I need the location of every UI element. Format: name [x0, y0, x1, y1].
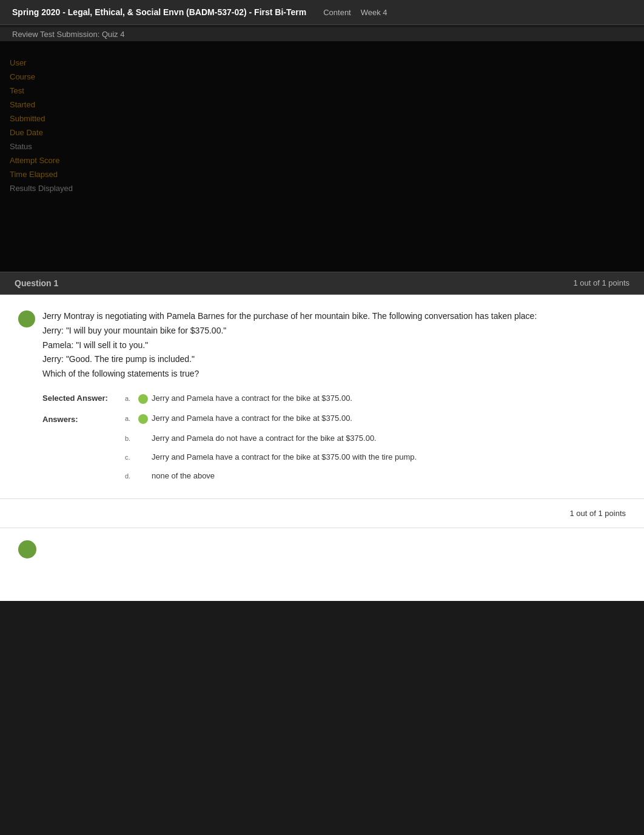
status-info-item: Status — [10, 139, 136, 153]
question1-body: Jerry Montray is negotiating with Pamela… — [0, 295, 644, 498]
submitted-info-item: Submitted — [10, 112, 136, 126]
started-label: Started — [10, 100, 136, 109]
test-info-item: Test — [10, 84, 136, 98]
course-info-item: Course — [10, 70, 136, 84]
answers-row: Answers: a. Jerry and Pamela have a cont… — [18, 414, 626, 480]
question1-label: Question 1 — [15, 278, 58, 288]
question1-content-card: Jerry Montray is negotiating with Pamela… — [0, 295, 644, 601]
answer-b-letter: b. — [125, 434, 135, 442]
answer-d-letter: d. — [125, 471, 135, 480]
breadcrumb-sub: Review Test Submission: Quiz 4 — [0, 27, 644, 41]
question1-score-text: 1 out of 1 points — [569, 509, 626, 518]
time-elapsed-label: Time Elapsed — [10, 170, 136, 179]
user-label: User — [10, 58, 136, 67]
question1-bottom-score: 1 out of 1 points — [0, 498, 644, 528]
answer-c-letter: c. — [125, 452, 135, 461]
question2-indicator — [18, 540, 36, 558]
question1-text-row: Jerry Montray is negotiating with Pamela… — [18, 309, 626, 381]
breadcrumb-text: Review Test Submission: Quiz 4 — [12, 30, 124, 39]
due-date-label: Due Date — [10, 128, 136, 137]
answer-a-letter: a. — [125, 414, 135, 422]
answer-a-indicator — [138, 414, 148, 424]
started-info-item: Started — [10, 98, 136, 112]
dark-right-area — [146, 41, 644, 272]
answer-a: a. Jerry and Pamela have a contract for … — [125, 414, 417, 424]
answer-c: c. Jerry and Pamela have a contract for … — [125, 452, 417, 461]
test-label: Test — [10, 86, 136, 95]
attempt-score-label: Attempt Score — [10, 156, 136, 165]
user-info-item: User — [10, 56, 136, 70]
selected-answer-indicator — [138, 394, 148, 404]
dark-info-section: User Course Test Started Submitted Due D… — [0, 41, 644, 272]
selected-answer-text: Jerry and Pamela have a contract for the… — [152, 394, 352, 403]
selected-answer-label: Selected Answer: — [42, 394, 115, 404]
course-title: Spring 2020 - Legal, Ethical, & Social E… — [12, 7, 306, 17]
question1-points: 1 out of 1 points — [573, 278, 629, 288]
answer-d: d. none of the above — [125, 471, 417, 480]
answer-a-text: Jerry and Pamela have a contract for the… — [152, 414, 352, 423]
status-label: Status — [10, 142, 136, 151]
time-elapsed-info-item: Time Elapsed — [10, 167, 136, 181]
selected-answer-value: a. Jerry and Pamela have a contract for … — [125, 394, 352, 404]
selected-answer-letter: a. — [125, 394, 135, 402]
nav-content-link[interactable]: Content — [323, 8, 351, 17]
submitted-label: Submitted — [10, 114, 136, 123]
answer-b: b. Jerry and Pamela do not have a contra… — [125, 434, 417, 443]
answer-d-text: none of the above — [152, 471, 215, 480]
question2-area — [0, 528, 644, 601]
duedate-info-item: Due Date — [10, 126, 136, 139]
question1-header-bar: Question 1 1 out of 1 points — [0, 272, 644, 295]
answer-c-text: Jerry and Pamela have a contract for the… — [152, 452, 417, 461]
page-wrapper: Spring 2020 - Legal, Ethical, & Social E… — [0, 0, 644, 601]
answers-label: Answers: — [42, 414, 115, 480]
nav-week4-link[interactable]: Week 4 — [361, 8, 387, 17]
question1-indicator — [18, 310, 35, 327]
info-panel: User Course Test Started Submitted Due D… — [0, 41, 146, 272]
results-displayed-info-item: Results Displayed — [10, 181, 136, 195]
answers-list: a. Jerry and Pamela have a contract for … — [125, 414, 417, 480]
question1-text: Jerry Montray is negotiating with Pamela… — [42, 309, 537, 381]
selected-answer-row: Selected Answer: a. Jerry and Pamela hav… — [18, 394, 626, 404]
results-displayed-label: Results Displayed — [10, 184, 136, 193]
course-label: Course — [10, 72, 136, 81]
top-nav: Spring 2020 - Legal, Ethical, & Social E… — [0, 0, 644, 25]
answer-b-text: Jerry and Pamela do not have a contract … — [152, 434, 377, 443]
attempt-score-info-item: Attempt Score — [10, 153, 136, 167]
